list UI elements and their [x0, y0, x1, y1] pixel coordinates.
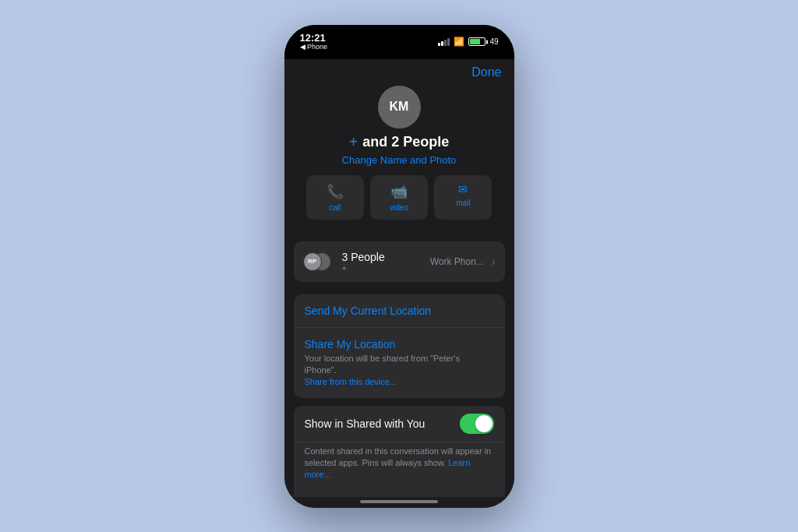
mail-label: mail [456, 199, 470, 207]
home-indicator [284, 497, 514, 508]
add-person-icon[interactable]: + [349, 133, 358, 151]
toggle-knob [475, 415, 493, 432]
profile-section: KM + and 2 People Change Name and Photo … [294, 86, 505, 241]
call-button[interactable]: 📞 call [306, 175, 364, 220]
battery-label: 49 [489, 37, 498, 46]
shared-subtext-row: Content shared in this conversation will… [294, 442, 505, 489]
send-location-item[interactable]: Send My Current Location [294, 294, 505, 328]
nav-header: Done [284, 59, 514, 86]
member-avatar-1: RP [303, 252, 322, 271]
call-icon: 📞 [327, 183, 344, 200]
action-buttons-row: 📞 call 📹 video ✉ mail [306, 175, 493, 220]
change-name-link[interactable]: Change Name and Photo [342, 154, 457, 166]
status-time: 12:21 [300, 33, 326, 43]
shared-with-you-toggle[interactable] [460, 414, 494, 434]
send-location-label: Send My Current Location [305, 305, 432, 317]
video-icon: 📹 [390, 183, 408, 200]
video-button[interactable]: 📹 video [370, 175, 428, 220]
members-sub: + [342, 263, 422, 273]
share-location-label: Share My Location [305, 338, 396, 351]
chevron-right-icon: › [492, 255, 496, 268]
status-bar: 12:21 ◀ Phone 📶 49 [284, 25, 514, 59]
location-subtext: Your location will be shared from "Peter… [305, 353, 494, 389]
location-section: Send My Current Location Share My Locati… [294, 294, 505, 398]
shared-with-you-label: Show in Shared with You [305, 417, 425, 430]
members-section[interactable]: RP 3 People + Work Phon... › [294, 241, 505, 282]
group-name: and 2 People [362, 134, 449, 150]
mail-button[interactable]: ✉ mail [434, 175, 492, 220]
shared-with-you-row: Show in Shared with You [294, 406, 505, 442]
carrier-label: ◀ Phone [300, 43, 328, 51]
members-detail: Work Phon... [430, 256, 484, 267]
signal-icon [438, 38, 450, 46]
video-label: video [390, 203, 408, 212]
wifi-icon: 📶 [454, 37, 464, 47]
members-info: 3 People + [342, 251, 422, 273]
avatar: KM [378, 86, 421, 129]
done-button[interactable]: Done [471, 65, 501, 79]
battery-icon [468, 37, 486, 46]
member-avatars: RP [303, 249, 334, 274]
phone-frame: 12:21 ◀ Phone 📶 49 Done [284, 25, 514, 508]
call-label: call [329, 203, 341, 212]
mail-icon: ✉ [458, 183, 468, 196]
hide-alerts-row[interactable]: Hide Alerts [294, 489, 505, 497]
home-bar [360, 500, 438, 503]
share-location-item[interactable]: Share My Location Your location will be … [294, 328, 505, 398]
members-count: 3 People [342, 251, 422, 263]
toggle-section: Show in Shared with You Content shared i… [294, 406, 505, 497]
share-from-device-link[interactable]: Share from this device... [305, 377, 397, 386]
